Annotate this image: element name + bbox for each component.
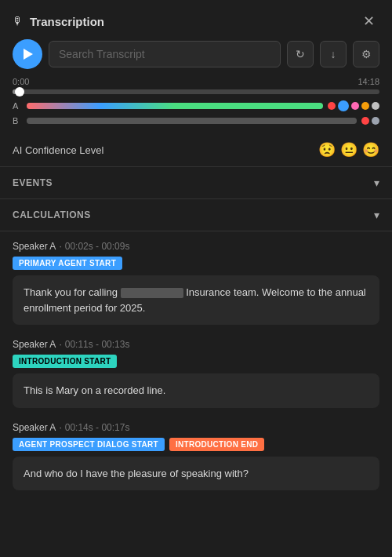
settings-icon: ⚙ — [361, 48, 372, 60]
entry-2-bubble: This is Mary on a recorded line. — [13, 373, 379, 408]
transcript-entry-1: Speaker A · 00:02s - 00:09s PRIMARY AGEN… — [13, 241, 379, 325]
download-icon: ↓ — [331, 48, 336, 60]
speaker-b-dots — [361, 117, 379, 125]
entry-2-meta: Speaker A · 00:11s - 00:13s — [13, 339, 379, 350]
app-container: 🎙 Transcription ✕ ↻ ↓ ⚙ 0:00 14:18 — [0, 0, 392, 557]
mic-icon: 🎙 — [13, 15, 24, 27]
emoji-sad: 😟 — [318, 141, 336, 158]
play-icon — [24, 49, 33, 60]
wave-fill-a — [27, 103, 323, 109]
entry-2-speaker: Speaker A — [13, 339, 56, 350]
entry-1-time: 00:02s - 00:09s — [65, 241, 130, 252]
speaker-b-label: B — [13, 116, 22, 126]
play-button[interactable] — [13, 39, 42, 69]
entry-1-badges: PRIMARY AGENT START — [13, 257, 379, 270]
download-button[interactable]: ↓ — [320, 41, 347, 67]
time-row: 0:00 14:18 — [13, 77, 379, 86]
emoji-happy: 😊 — [362, 141, 379, 158]
entry-3-text: And who do I have the pleasure of speaki… — [24, 468, 249, 479]
dot-b-1 — [361, 117, 369, 125]
header: 🎙 Transcription ✕ — [0, 0, 392, 39]
events-chevron-icon: ▾ — [374, 177, 379, 189]
ai-confidence-label: AI Confidence Level — [13, 144, 103, 156]
emoji-group: 😟 😐 😊 — [318, 141, 379, 158]
entry-1-bubble: Thank you for calling Insurance team. We… — [13, 275, 379, 325]
badge-introduction-end: INTRODUCTION END — [169, 438, 264, 451]
calculations-section[interactable]: CALCULATIONS ▾ — [0, 198, 392, 231]
header-left: 🎙 Transcription — [13, 15, 104, 28]
calculations-label: CALCULATIONS — [13, 209, 91, 220]
time-start: 0:00 — [13, 77, 29, 86]
redacted-text — [121, 288, 183, 298]
speaker-b-row: B — [13, 116, 379, 126]
badge-primary-agent-start: PRIMARY AGENT START — [13, 257, 122, 270]
speaker-a-row: A — [13, 100, 379, 111]
refresh-button[interactable]: ↻ — [287, 41, 314, 67]
entry-3-bubble: And who do I have the pleasure of speaki… — [13, 457, 379, 491]
search-row: ↻ ↓ ⚙ — [0, 39, 392, 77]
dot-a-1 — [328, 102, 336, 110]
entry-3-meta: Speaker A · 00:14s - 00:17s — [13, 422, 379, 433]
badge-introduction-start: INTRODUCTION START — [13, 355, 117, 368]
speaker-b-waveform — [27, 118, 357, 124]
entry-2-badges: INTRODUCTION START — [13, 355, 379, 368]
transcript-entry-3: Speaker A · 00:14s - 00:17s AGENT PROSPE… — [13, 422, 379, 491]
wave-fill-b — [27, 118, 357, 124]
entry-1-speaker: Speaker A — [13, 241, 56, 252]
calculations-chevron-icon: ▾ — [374, 209, 379, 221]
dot-a-2 — [338, 100, 349, 111]
entry-3-speaker: Speaker A — [13, 422, 56, 433]
entry-3-time: 00:14s - 00:17s — [65, 422, 130, 433]
speaker-a-label: A — [13, 101, 22, 111]
search-input[interactable] — [49, 41, 281, 67]
speaker-a-dots — [328, 100, 379, 111]
time-end: 14:18 — [358, 77, 379, 86]
transcript-entry-2: Speaker A · 00:11s - 00:13s INTRODUCTION… — [13, 339, 379, 408]
dot-b-2 — [372, 117, 379, 125]
refresh-icon: ↻ — [296, 48, 305, 60]
entry-3-badges: AGENT PROSPECT DIALOG START INTRODUCTION… — [13, 438, 379, 451]
scrubber-thumb — [15, 87, 24, 96]
settings-button[interactable]: ⚙ — [353, 41, 379, 67]
transcript-area[interactable]: Speaker A · 00:02s - 00:09s PRIMARY AGEN… — [0, 231, 392, 557]
speaker-a-waveform — [27, 103, 323, 109]
events-section[interactable]: EVENTS ▾ — [0, 166, 392, 198]
emoji-neutral: 😐 — [340, 141, 358, 158]
dot-a-3 — [351, 102, 359, 110]
dot-a-5 — [372, 102, 379, 110]
app-title: Transcription — [30, 15, 104, 28]
entry-1-meta: Speaker A · 00:02s - 00:09s — [13, 241, 379, 252]
events-label: EVENTS — [13, 177, 53, 188]
timeline-area: 0:00 14:18 A B — [0, 77, 392, 137]
badge-agent-prospect-dialog-start: AGENT PROSPECT DIALOG START — [13, 438, 165, 451]
scrubber-track[interactable] — [13, 89, 379, 94]
entry-2-text: This is Mary on a recorded line. — [24, 384, 165, 396]
close-button[interactable]: ✕ — [358, 11, 379, 31]
dot-a-4 — [361, 102, 369, 110]
entry-2-time: 00:11s - 00:13s — [65, 339, 130, 350]
ai-confidence-row: AI Confidence Level 😟 😐 😊 — [0, 137, 392, 166]
